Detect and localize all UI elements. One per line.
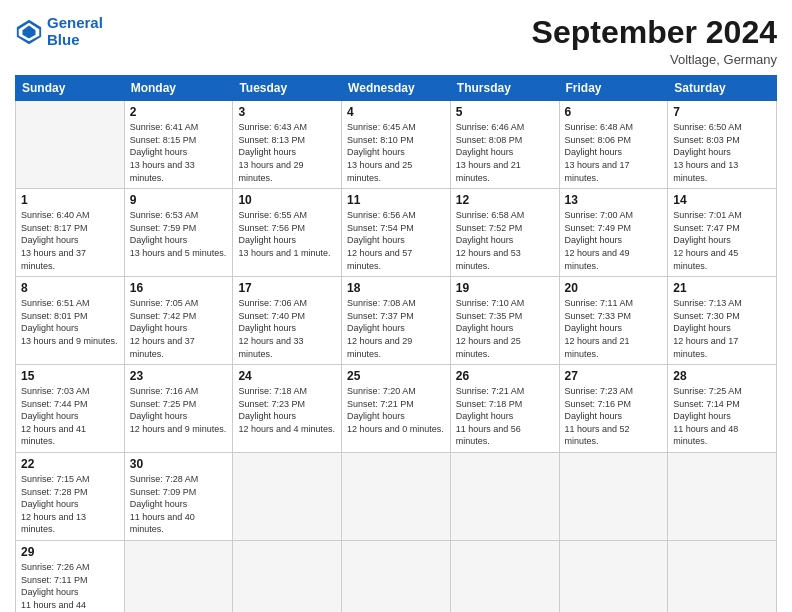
table-row bbox=[233, 541, 342, 612]
col-saturday: Saturday bbox=[668, 76, 777, 101]
day-info: Sunrise: 6:45 AMSunset: 8:10 PMDaylight … bbox=[347, 121, 445, 184]
day-info: Sunrise: 7:28 AMSunset: 7:09 PMDaylight … bbox=[130, 473, 228, 536]
day-number: 12 bbox=[456, 193, 554, 207]
page: General Blue September 2024 Voltlage, Ge… bbox=[0, 0, 792, 612]
table-row: 16Sunrise: 7:05 AMSunset: 7:42 PMDayligh… bbox=[124, 277, 233, 365]
location: Voltlage, Germany bbox=[532, 52, 777, 67]
day-info: Sunrise: 7:16 AMSunset: 7:25 PMDaylight … bbox=[130, 385, 228, 435]
col-tuesday: Tuesday bbox=[233, 76, 342, 101]
calendar-row: 22Sunrise: 7:15 AMSunset: 7:28 PMDayligh… bbox=[16, 453, 777, 541]
day-number: 11 bbox=[347, 193, 445, 207]
day-info: Sunrise: 7:23 AMSunset: 7:16 PMDaylight … bbox=[565, 385, 663, 448]
table-row: 24Sunrise: 7:18 AMSunset: 7:23 PMDayligh… bbox=[233, 365, 342, 453]
day-info: Sunrise: 6:43 AMSunset: 8:13 PMDaylight … bbox=[238, 121, 336, 184]
table-row bbox=[559, 541, 668, 612]
logo-text: General Blue bbox=[47, 15, 103, 48]
day-info: Sunrise: 7:20 AMSunset: 7:21 PMDaylight … bbox=[347, 385, 445, 435]
day-number: 3 bbox=[238, 105, 336, 119]
table-row: 3Sunrise: 6:43 AMSunset: 8:13 PMDaylight… bbox=[233, 101, 342, 189]
day-info: Sunrise: 7:05 AMSunset: 7:42 PMDaylight … bbox=[130, 297, 228, 360]
table-row: 2Sunrise: 6:41 AMSunset: 8:15 PMDaylight… bbox=[124, 101, 233, 189]
table-row: 6Sunrise: 6:48 AMSunset: 8:06 PMDaylight… bbox=[559, 101, 668, 189]
calendar-row: 8Sunrise: 6:51 AMSunset: 8:01 PMDaylight… bbox=[16, 277, 777, 365]
table-row: 26Sunrise: 7:21 AMSunset: 7:18 PMDayligh… bbox=[450, 365, 559, 453]
day-info: Sunrise: 7:26 AMSunset: 7:11 PMDaylight … bbox=[21, 561, 119, 612]
day-number: 16 bbox=[130, 281, 228, 295]
col-wednesday: Wednesday bbox=[342, 76, 451, 101]
day-number: 29 bbox=[21, 545, 119, 559]
day-number: 15 bbox=[21, 369, 119, 383]
table-row: 1Sunrise: 6:40 AMSunset: 8:17 PMDaylight… bbox=[16, 189, 125, 277]
table-row: 19Sunrise: 7:10 AMSunset: 7:35 PMDayligh… bbox=[450, 277, 559, 365]
table-row bbox=[124, 541, 233, 612]
table-row: 29Sunrise: 7:26 AMSunset: 7:11 PMDayligh… bbox=[16, 541, 125, 612]
table-row: 21Sunrise: 7:13 AMSunset: 7:30 PMDayligh… bbox=[668, 277, 777, 365]
day-number: 8 bbox=[21, 281, 119, 295]
logo: General Blue bbox=[15, 15, 103, 48]
day-number: 17 bbox=[238, 281, 336, 295]
table-row bbox=[559, 453, 668, 541]
month-title: September 2024 bbox=[532, 15, 777, 50]
day-info: Sunrise: 6:41 AMSunset: 8:15 PMDaylight … bbox=[130, 121, 228, 184]
day-number: 26 bbox=[456, 369, 554, 383]
day-number: 28 bbox=[673, 369, 771, 383]
day-info: Sunrise: 7:25 AMSunset: 7:14 PMDaylight … bbox=[673, 385, 771, 448]
table-row: 18Sunrise: 7:08 AMSunset: 7:37 PMDayligh… bbox=[342, 277, 451, 365]
day-info: Sunrise: 7:00 AMSunset: 7:49 PMDaylight … bbox=[565, 209, 663, 272]
table-row: 9Sunrise: 6:53 AMSunset: 7:59 PMDaylight… bbox=[124, 189, 233, 277]
day-number: 14 bbox=[673, 193, 771, 207]
day-info: Sunrise: 7:18 AMSunset: 7:23 PMDaylight … bbox=[238, 385, 336, 435]
day-number: 21 bbox=[673, 281, 771, 295]
day-number: 24 bbox=[238, 369, 336, 383]
day-info: Sunrise: 6:48 AMSunset: 8:06 PMDaylight … bbox=[565, 121, 663, 184]
table-row: 17Sunrise: 7:06 AMSunset: 7:40 PMDayligh… bbox=[233, 277, 342, 365]
day-info: Sunrise: 6:53 AMSunset: 7:59 PMDaylight … bbox=[130, 209, 228, 259]
table-row: 25Sunrise: 7:20 AMSunset: 7:21 PMDayligh… bbox=[342, 365, 451, 453]
table-row: 14Sunrise: 7:01 AMSunset: 7:47 PMDayligh… bbox=[668, 189, 777, 277]
day-info: Sunrise: 6:55 AMSunset: 7:56 PMDaylight … bbox=[238, 209, 336, 259]
day-number: 27 bbox=[565, 369, 663, 383]
day-number: 4 bbox=[347, 105, 445, 119]
day-number: 30 bbox=[130, 457, 228, 471]
day-info: Sunrise: 7:21 AMSunset: 7:18 PMDaylight … bbox=[456, 385, 554, 448]
day-info: Sunrise: 7:13 AMSunset: 7:30 PMDaylight … bbox=[673, 297, 771, 360]
day-number: 20 bbox=[565, 281, 663, 295]
day-info: Sunrise: 7:11 AMSunset: 7:33 PMDaylight … bbox=[565, 297, 663, 360]
day-info: Sunrise: 6:46 AMSunset: 8:08 PMDaylight … bbox=[456, 121, 554, 184]
day-info: Sunrise: 6:40 AMSunset: 8:17 PMDaylight … bbox=[21, 209, 119, 272]
day-number: 9 bbox=[130, 193, 228, 207]
table-row: 20Sunrise: 7:11 AMSunset: 7:33 PMDayligh… bbox=[559, 277, 668, 365]
day-info: Sunrise: 6:58 AMSunset: 7:52 PMDaylight … bbox=[456, 209, 554, 272]
day-info: Sunrise: 7:08 AMSunset: 7:37 PMDaylight … bbox=[347, 297, 445, 360]
day-number: 1 bbox=[21, 193, 119, 207]
day-number: 25 bbox=[347, 369, 445, 383]
day-info: Sunrise: 7:10 AMSunset: 7:35 PMDaylight … bbox=[456, 297, 554, 360]
logo-icon bbox=[15, 18, 43, 46]
day-info: Sunrise: 6:51 AMSunset: 8:01 PMDaylight … bbox=[21, 297, 119, 347]
day-number: 13 bbox=[565, 193, 663, 207]
day-number: 7 bbox=[673, 105, 771, 119]
calendar-row: 1Sunrise: 6:40 AMSunset: 8:17 PMDaylight… bbox=[16, 189, 777, 277]
day-info: Sunrise: 6:50 AMSunset: 8:03 PMDaylight … bbox=[673, 121, 771, 184]
col-monday: Monday bbox=[124, 76, 233, 101]
table-row bbox=[342, 453, 451, 541]
day-number: 6 bbox=[565, 105, 663, 119]
table-row bbox=[668, 453, 777, 541]
day-info: Sunrise: 7:15 AMSunset: 7:28 PMDaylight … bbox=[21, 473, 119, 536]
table-row: 11Sunrise: 6:56 AMSunset: 7:54 PMDayligh… bbox=[342, 189, 451, 277]
table-row: 12Sunrise: 6:58 AMSunset: 7:52 PMDayligh… bbox=[450, 189, 559, 277]
day-info: Sunrise: 6:56 AMSunset: 7:54 PMDaylight … bbox=[347, 209, 445, 272]
table-row bbox=[233, 453, 342, 541]
col-friday: Friday bbox=[559, 76, 668, 101]
table-row: 5Sunrise: 6:46 AMSunset: 8:08 PMDaylight… bbox=[450, 101, 559, 189]
day-number: 22 bbox=[21, 457, 119, 471]
table-row: 8Sunrise: 6:51 AMSunset: 8:01 PMDaylight… bbox=[16, 277, 125, 365]
day-number: 23 bbox=[130, 369, 228, 383]
title-block: September 2024 Voltlage, Germany bbox=[532, 15, 777, 67]
table-row: 22Sunrise: 7:15 AMSunset: 7:28 PMDayligh… bbox=[16, 453, 125, 541]
calendar-table: Sunday Monday Tuesday Wednesday Thursday… bbox=[15, 75, 777, 612]
day-number: 5 bbox=[456, 105, 554, 119]
header: General Blue September 2024 Voltlage, Ge… bbox=[15, 15, 777, 67]
table-row: 4Sunrise: 6:45 AMSunset: 8:10 PMDaylight… bbox=[342, 101, 451, 189]
table-row bbox=[450, 541, 559, 612]
